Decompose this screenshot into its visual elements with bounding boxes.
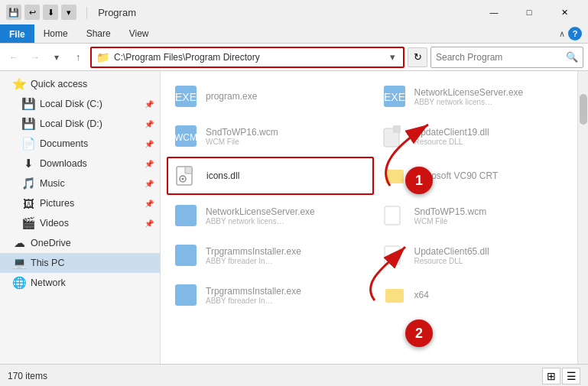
sidebar-item-documents[interactable]: 📄 Documents 📌 (0, 134, 160, 154)
address-path: C:\Program Files\Program Directory (114, 52, 387, 63)
tab-home[interactable]: Home (34, 24, 77, 43)
this-pc-icon: 💻 (12, 256, 26, 270)
file-info: TrpgrammsInstaller.exe ABBY fbreader In… (206, 286, 369, 305)
back-button[interactable]: ← (5, 48, 23, 66)
annotation-circle-2: 2 (405, 320, 433, 347)
list-item[interactable]: x64 (375, 276, 583, 314)
titlebar-separator: │ (84, 7, 90, 18)
sidebar-item-label: Local Disk (D:) (40, 118, 102, 129)
list-item[interactable]: UpdateClient65.dll Resource DLL (375, 236, 583, 274)
refresh-button[interactable]: ↻ (408, 47, 427, 67)
tab-file[interactable]: File (0, 24, 34, 43)
pin-icon: 📌 (145, 100, 154, 109)
help-button[interactable]: ? (568, 27, 582, 41)
more-icon[interactable]: ▾ (61, 5, 76, 20)
file-icon (172, 281, 200, 309)
sidebar-item-videos[interactable]: 🎬 Videos 📌 (0, 213, 160, 233)
folder-icon: 📁 (96, 51, 109, 63)
file-type: ABBY network licens… (206, 217, 369, 225)
file-name: NetworkLicenseServer.exe (206, 206, 369, 217)
network-icon: 🌐 (12, 276, 26, 290)
file-icon (381, 162, 408, 190)
minimize-button[interactable]: — (476, 0, 512, 24)
sidebar-item-network[interactable]: 🌐 Network (0, 273, 160, 293)
sidebar-item-pictures[interactable]: 🖼 Pictures 📌 (0, 193, 160, 213)
pin-icon: 📌 (145, 140, 154, 148)
file-info: NetworkLicenseServer.exe ABBY network li… (414, 87, 577, 106)
ribbon-tabs: File Home Share View ∧ ? (0, 24, 588, 43)
file-info: TrpgrammsInstaller.exe ABBY fbreader In… (206, 246, 369, 265)
sidebar-item-label: Network (31, 277, 66, 288)
list-item[interactable]: TrpgrammsInstaller.exe ABBY fbreader In… (167, 236, 374, 274)
file-name: NetworkLicenseServer.exe (414, 87, 577, 98)
sidebar-item-label: Quick access (31, 79, 87, 89)
file-type: WCM File (414, 217, 577, 225)
sidebar-item-downloads[interactable]: ⬇ Downloads 📌 (0, 154, 160, 174)
sidebar-item-label: OneDrive (31, 238, 71, 248)
tab-share[interactable]: Share (77, 24, 120, 43)
file-type: ABBY network licens… (414, 98, 577, 106)
redo-icon[interactable]: ⬇ (43, 5, 58, 20)
local-disk-d-icon: 💾 (21, 117, 35, 131)
file-icon (381, 242, 408, 269)
main-area: ⭐ Quick access 💾 Local Disk (C:) 📌 💾 Loc… (0, 71, 588, 364)
large-icon-view-button[interactable]: ⊞ (542, 368, 560, 384)
file-icon (381, 122, 408, 150)
tab-view[interactable]: View (120, 24, 158, 43)
file-name: SndToWP16.wcm (206, 127, 369, 138)
list-item[interactable]: UpdateClient19.dll Resource DLL (375, 117, 583, 155)
file-icon (172, 242, 200, 269)
address-box[interactable]: 📁 C:\Program Files\Program Directory ▾ (90, 47, 404, 68)
list-item[interactable]: TrpgrammsInstaller.exe ABBY fbreader In… (167, 276, 374, 314)
sidebar-item-label: Documents (40, 138, 88, 149)
list-item[interactable]: SndToWP15.wcm WCM File (375, 196, 583, 235)
search-input[interactable] (436, 52, 563, 63)
statusbar: 170 items ⊞ ☰ (0, 364, 588, 386)
file-info: UpdateClient19.dll Resource DLL (414, 127, 577, 146)
scrollbar[interactable] (577, 71, 588, 364)
pin-icon: 📌 (145, 199, 154, 208)
list-item[interactable]: NetworkLicenseServer.exe ABBY network li… (167, 196, 374, 235)
sidebar-item-onedrive[interactable]: ☁ OneDrive (0, 233, 160, 253)
sidebar-item-label: Local Disk (C:) (40, 99, 102, 109)
file-type: ABBY fbreader In… (206, 297, 369, 305)
sidebar-item-label: Downloads (40, 158, 87, 169)
file-name: TrpgrammsInstaller.exe (206, 246, 369, 257)
address-dropdown-button[interactable]: ▾ (387, 51, 398, 63)
sidebar-item-quick-access[interactable]: ⭐ Quick access (0, 74, 160, 94)
up-button[interactable]: ↑ (69, 48, 87, 66)
list-item-highlighted[interactable]: icons.dll (167, 157, 374, 195)
sidebar-item-music[interactable]: 🎵 Music 📌 (0, 174, 160, 193)
file-content-area: EXE program.exe EXE NetworkLicenseServer… (161, 71, 588, 364)
pin-icon: 📌 (145, 160, 154, 168)
file-info: SndToWP16.wcm WCM File (206, 127, 369, 146)
sidebar-item-local-c[interactable]: 💾 Local Disk (C:) 📌 (0, 94, 160, 114)
forward-button[interactable]: → (26, 48, 44, 66)
sidebar-item-local-d[interactable]: 💾 Local Disk (D:) 📌 (0, 114, 160, 134)
list-item[interactable]: EXE NetworkLicenseServer.exe ABBY networ… (375, 77, 583, 115)
list-item[interactable]: WCM SndToWP16.wcm WCM File (167, 117, 374, 155)
documents-icon: 📄 (21, 137, 35, 151)
svg-rect-13 (175, 205, 197, 226)
sidebar-item-label: Pictures (40, 198, 74, 209)
close-button[interactable]: ✕ (547, 0, 582, 24)
svg-rect-17 (175, 284, 197, 306)
save-icon[interactable]: 💾 (6, 5, 21, 20)
quick-access-icon: ⭐ (12, 77, 26, 91)
scroll-thumb[interactable] (580, 94, 587, 125)
file-grid: EXE program.exe EXE NetworkLicenseServer… (167, 77, 582, 314)
svg-rect-15 (175, 245, 197, 266)
search-box[interactable]: 🔍 (430, 47, 583, 68)
maximize-button[interactable]: □ (512, 0, 547, 24)
sidebar: ⭐ Quick access 💾 Local Disk (C:) 📌 💾 Loc… (0, 71, 161, 364)
expand-ribbon-button[interactable]: ∧ (559, 29, 565, 39)
file-name: x64 (414, 290, 577, 300)
undo-icon[interactable]: ↩ (24, 5, 40, 20)
recent-locations-button[interactable]: ▾ (47, 48, 66, 66)
item-count: 170 items (8, 371, 47, 381)
file-name: program.exe (206, 91, 369, 102)
list-view-button[interactable]: ☰ (562, 368, 580, 384)
list-item[interactable]: EXE program.exe (167, 77, 374, 115)
svg-rect-9 (185, 167, 192, 174)
sidebar-item-this-pc[interactable]: 💻 This PC (0, 253, 160, 273)
